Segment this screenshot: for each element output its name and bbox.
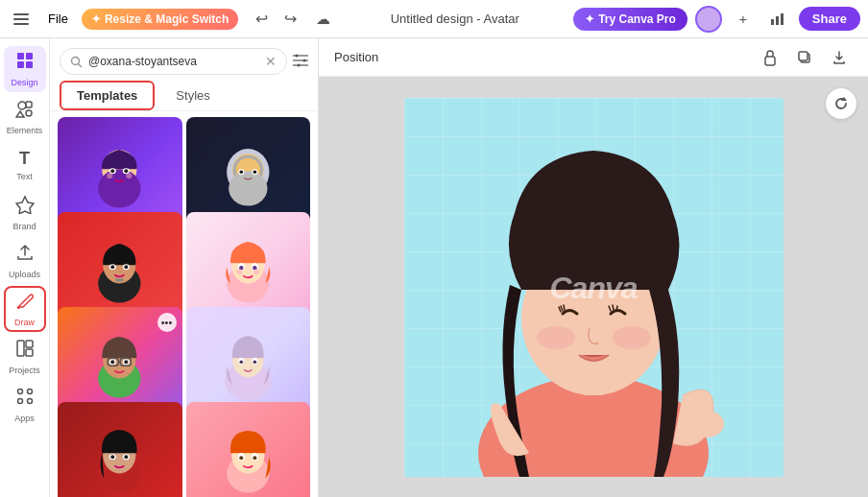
elements-label: Elements (7, 126, 43, 135)
analytics-icon[interactable] (764, 6, 791, 33)
svg-point-96 (613, 326, 651, 349)
main-avatar-figure (404, 98, 784, 477)
svg-rect-3 (771, 19, 774, 25)
elements-icon (15, 99, 35, 123)
svg-marker-12 (16, 111, 24, 117)
magic-switch-icon: ✦ (91, 12, 101, 26)
draw-label: Draw (14, 318, 35, 327)
tab-templates[interactable]: Templates (60, 81, 155, 110)
svg-point-10 (18, 102, 26, 109)
svg-rect-5 (781, 13, 784, 25)
cloud-save-icon: ☁ (309, 6, 336, 33)
svg-point-21 (17, 399, 22, 404)
brand-icon (15, 195, 35, 219)
sidebar-item-design[interactable]: Design (4, 46, 46, 92)
svg-point-23 (72, 57, 80, 64)
svg-rect-1 (13, 18, 29, 20)
canvas-viewport[interactable]: Canva (319, 77, 868, 497)
sidebar-item-apps[interactable]: Apps (4, 382, 46, 428)
svg-rect-0 (13, 13, 29, 15)
add-page-button[interactable]: + (730, 6, 757, 33)
svg-point-95 (537, 326, 575, 349)
svg-point-20 (27, 390, 32, 394)
svg-rect-7 (26, 53, 33, 59)
svg-rect-89 (765, 57, 775, 65)
svg-rect-13 (26, 110, 32, 116)
svg-rect-16 (17, 341, 24, 356)
svg-rect-4 (776, 16, 779, 25)
uploads-icon (15, 243, 35, 267)
export-icon[interactable] (826, 44, 853, 71)
svg-rect-18 (26, 349, 33, 356)
template-thumb-7[interactable] (58, 402, 182, 497)
tab-bar: Templates Styles (50, 81, 318, 111)
main-layout: Design Elements T Text Brand Uploads (0, 38, 868, 497)
document-title: Untitled design - Avatar (342, 12, 567, 26)
svg-point-15 (17, 306, 20, 309)
topbar-right-actions: ✦ Try Canva Pro + Share (573, 6, 860, 33)
sidebar-item-elements[interactable]: Elements (4, 94, 46, 140)
magic-switch-button[interactable]: ✦ Resize & Magic Switch (82, 9, 238, 30)
sidebar-item-text[interactable]: T Text (4, 142, 46, 188)
search-clear-button[interactable]: ✕ (265, 54, 277, 69)
sidebar-item-draw[interactable]: Draw (4, 286, 46, 332)
svg-rect-11 (26, 102, 32, 107)
svg-marker-14 (16, 197, 34, 214)
svg-line-24 (79, 63, 83, 67)
svg-point-19 (17, 390, 22, 394)
projects-icon (15, 339, 35, 363)
sidebar-item-brand[interactable]: Brand (4, 190, 46, 236)
undo-button[interactable]: ↩ (248, 6, 275, 33)
history-controls: ↩ ↪ (248, 6, 303, 33)
canvas-action-icons (757, 44, 853, 71)
user-avatar[interactable] (695, 6, 722, 33)
lock-icon[interactable] (757, 44, 784, 71)
uploads-label: Uploads (9, 270, 40, 279)
canvas-area: Position (319, 38, 868, 497)
design-label: Design (11, 78, 37, 87)
svg-rect-2 (13, 23, 29, 25)
sidebar-icons: Design Elements T Text Brand Uploads (0, 38, 50, 497)
search-input[interactable] (88, 55, 259, 68)
text-label: Text (16, 172, 33, 181)
share-button[interactable]: Share (799, 7, 860, 31)
canvas-toolbar: Position (319, 38, 868, 77)
main-avatar-svg (404, 98, 784, 477)
svg-rect-6 (17, 53, 24, 59)
design-icon (15, 51, 35, 75)
redo-button[interactable]: ↪ (277, 6, 303, 33)
brand-label: Brand (12, 222, 36, 231)
draw-icon (15, 291, 35, 315)
template-thumb-8[interactable]: 👑 (186, 402, 311, 497)
tab-styles[interactable]: Styles (158, 81, 227, 110)
menu-icon[interactable] (8, 6, 35, 33)
canva-pro-icon: ✦ (585, 12, 594, 26)
topbar: File ✦ Resize & Magic Switch ↩ ↪ ☁ Untit… (0, 0, 868, 38)
sidebar-item-projects[interactable]: Projects (4, 334, 46, 380)
search-filter-button[interactable] (293, 52, 308, 71)
canvas-refresh-button[interactable] (826, 88, 856, 119)
file-menu-button[interactable]: File (40, 9, 76, 29)
svg-rect-91 (799, 52, 808, 60)
projects-label: Projects (9, 366, 40, 375)
svg-point-97 (689, 411, 724, 438)
apps-label: Apps (14, 414, 35, 423)
apps-icon (15, 387, 35, 411)
position-label: Position (334, 50, 378, 64)
svg-point-22 (27, 399, 32, 404)
svg-rect-8 (17, 61, 24, 68)
search-input-wrapper: ✕ (60, 48, 287, 75)
search-icon (70, 56, 83, 68)
search-bar: ✕ (50, 38, 318, 81)
svg-rect-9 (26, 61, 33, 68)
main-canvas[interactable]: Canva (404, 98, 784, 477)
try-canva-pro-button[interactable]: ✦ Try Canva Pro (573, 8, 687, 31)
duplicate-icon[interactable] (791, 44, 818, 71)
search-panel: ✕ Templates Styles (50, 38, 319, 497)
canva-pro-label: Try Canva Pro (598, 12, 676, 26)
thumbnail-grid: 👑 � (50, 113, 318, 497)
sidebar-item-uploads[interactable]: Uploads (4, 238, 46, 284)
svg-rect-17 (26, 341, 33, 347)
text-icon: T (19, 149, 30, 169)
magic-switch-label: Resize & Magic Switch (105, 12, 229, 26)
